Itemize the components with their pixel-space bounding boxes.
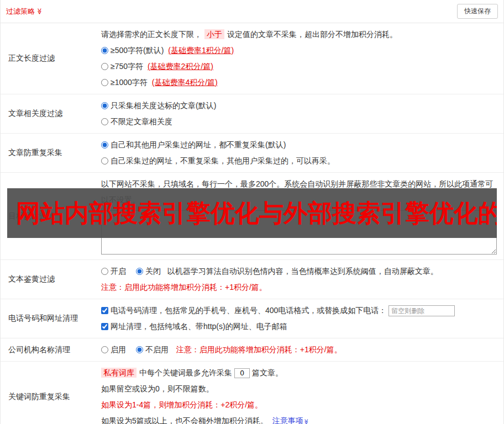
length-500-fee-note: (基础费率1积分/篇) (168, 46, 234, 55)
relevance-option-strict[interactable]: 只采集相关度达标的文章(默认) (101, 101, 216, 110)
intro-text-after: 设定值的文章不采集，超出部分不增加积分消耗。 (227, 30, 397, 39)
dedupe-global-radio[interactable] (101, 141, 108, 149)
keyword-5plus-text: 如果设为5篇或以上，也不会额外增加积分消耗。 (101, 416, 268, 424)
length-option-1000[interactable]: ≥1000字符 (101, 78, 150, 87)
row-label-company-name: 公司机构名称清理 (1, 338, 95, 361)
row-content-body-length: 请选择需求的正文长度下限，小于设定值的文章不采集，超出部分不增加积分消耗。 ≥5… (95, 23, 503, 94)
porn-filter-off-label: 关闭 (145, 267, 161, 275)
relevance-any-label: 不限定文章相关度 (111, 117, 172, 126)
porn-filter-options: 开启 关闭 以机器学习算法自动识别色情内容，当色情概率达到系统阈值，自动屏蔽文章… (101, 263, 497, 279)
length-option-row-750: ≥750字符 (基础费率2积分/篇) (101, 59, 497, 75)
company-cleanup-cost-note: 注意：启用此功能将增加积分消耗：+1积分/篇。 (176, 345, 342, 354)
phone-cleanup-option[interactable]: 电话号码清理，包括常见的手机号、座机号、400电话格式，或替换成如下电话： (101, 306, 389, 315)
replacement-phone-input[interactable] (389, 305, 455, 316)
keyword-limit-line: 私有词库中每个关键词最多允许采集篇文章。 (101, 365, 497, 381)
collapse-chevron-icon: ≫ (36, 8, 43, 15)
relevance-option-row-2: 不限定文章相关度 (101, 114, 497, 130)
notice-link[interactable]: 注意事项≫ (272, 416, 309, 424)
relevance-option-row-1: 只采集相关度达标的文章(默认) (101, 98, 497, 114)
row-label-phone-url: 电话号码和网址清理 (1, 299, 95, 338)
company-name-options: 启用 不启用 注意：启用此功能将增加积分消耗：+1积分/篇。 (101, 342, 497, 358)
row-keyword-dedupe: 关键词防重复采集 私有词库中每个关键词最多允许采集篇文章。 如果留空或设为0，则… (1, 362, 503, 424)
max-articles-input[interactable] (234, 368, 250, 378)
dedupe-self-only-radio[interactable] (101, 157, 108, 165)
length-1000-label: ≥1000字符 (111, 78, 148, 87)
filter-strategy-toggle[interactable]: 过滤策略 ≫ (6, 7, 43, 17)
overlay-banner-text: 网站内部搜索引擎优化与外部搜索引擎优化的 (7, 197, 497, 230)
page-title: 过滤策略 (6, 7, 35, 17)
row-dedupe-collection: 文章防重复采集 自己和其他用户采集过的网址，都不重复采集(默认) 自己采集过的网… (1, 134, 503, 173)
porn-filter-on-label: 开启 (111, 267, 126, 275)
row-label-dedupe: 文章防重复采集 (1, 134, 95, 172)
company-cleanup-enable-option[interactable]: 启用 (101, 345, 128, 354)
notice-link-chevron-icon: ≫ (303, 419, 309, 424)
intro-highlight-lessthan: 小于 (204, 29, 224, 39)
relevance-any-radio[interactable] (101, 118, 108, 125)
phone-cleanup-line: 电话号码清理，包括常见的手机号、座机号、400电话格式，或替换成如下电话： (101, 303, 497, 319)
row-label-keyword-dedupe: 关键词防重复采集 (1, 362, 95, 424)
length-750-fee-note: (基础费率2积分/篇) (148, 62, 213, 71)
url-cleanup-checkbox[interactable] (101, 323, 108, 330)
keyword-limit-suffix: 篇文章。 (252, 368, 283, 377)
page-header: 过滤策略 ≫ 快速保存 (1, 0, 503, 23)
dedupe-option-self-only[interactable]: 自己采集过的网址，不重复采集，其他用户采集过的，可以再采。 (101, 156, 335, 165)
length-500-label: ≥500字符(默认) (111, 46, 164, 55)
quick-save-button[interactable]: 快速保存 (457, 4, 498, 19)
dedupe-option-row-1: 自己和其他用户采集过的网址，都不重复采集(默认) (101, 137, 497, 153)
row-label-relevance: 文章相关度过滤 (1, 94, 95, 133)
porn-filter-description: 以机器学习算法自动识别色情内容，当色情概率达到系统阈值，自动屏蔽文章。 (167, 267, 438, 275)
phone-cleanup-checkbox[interactable] (101, 307, 108, 314)
private-lexicon-highlight: 私有词库 (101, 368, 136, 378)
row-content-dedupe: 自己和其他用户采集过的网址，都不重复采集(默认) 自己采集过的网址，不重复采集，… (95, 134, 503, 172)
dedupe-option-global[interactable]: 自己和其他用户采集过的网址，都不重复采集(默认) (101, 140, 286, 149)
porn-filter-on-radio[interactable] (101, 268, 108, 275)
row-content-relevance: 只采集相关度达标的文章(默认) 不限定文章相关度 (95, 94, 503, 133)
overlay-banner: 网站内部搜索引擎优化与外部搜索引擎优化的 (7, 188, 497, 238)
row-porn-filter: 文本鉴黄过滤 开启 关闭 以机器学习算法自动识别色情内容，当色情概率达到系统阈值… (1, 260, 503, 299)
length-option-row-500: ≥500字符(默认) (基础费率1积分/篇) (101, 43, 497, 59)
row-label-body-length: 正文长度过滤 (1, 23, 95, 94)
keyword-1-4-cost-note: 如果设为1-4篇，则增加积分消耗：+2积分/篇。 (101, 397, 497, 413)
length-option-750[interactable]: ≥750字符 (101, 62, 145, 71)
dedupe-option-row-2: 自己采集过的网址，不重复采集，其他用户采集过的，可以再采。 (101, 153, 497, 169)
intro-text-before: 请选择需求的正文长度下限， (101, 30, 202, 39)
row-relevance-filter: 文章相关度过滤 只采集相关度达标的文章(默认) 不限定文章相关度 (1, 94, 503, 134)
length-1000-radio[interactable] (101, 79, 108, 86)
url-cleanup-label: 网址清理，包括纯域名、带http(s)的网址、电子邮箱 (111, 322, 287, 331)
length-option-row-1000: ≥1000字符 (基础费率4积分/篇) (101, 75, 497, 91)
row-content-porn-filter: 开启 关闭 以机器学习算法自动识别色情内容，当色情概率达到系统阈值，自动屏蔽文章… (95, 260, 503, 299)
relevance-option-any[interactable]: 不限定文章相关度 (101, 117, 172, 126)
row-content-company-name: 启用 不启用 注意：启用此功能将增加积分消耗：+1积分/篇。 (95, 338, 503, 361)
company-cleanup-disable-option[interactable]: 不启用 (136, 345, 171, 354)
url-cleanup-option[interactable]: 网址清理，包括纯域名、带http(s)的网址、电子邮箱 (101, 322, 287, 331)
notice-link-text: 注意事项 (272, 416, 303, 424)
length-option-500[interactable]: ≥500字符(默认) (101, 46, 166, 55)
length-500-radio[interactable] (101, 47, 108, 54)
dedupe-self-only-label: 自己采集过的网址，不重复采集，其他用户采集过的，可以再采。 (111, 156, 335, 165)
length-750-label: ≥750字符 (111, 62, 143, 71)
row-phone-url-cleanup: 电话号码和网址清理 电话号码清理，包括常见的手机号、座机号、400电话格式，或替… (1, 299, 503, 338)
row-body-length-filter: 正文长度过滤 请选择需求的正文长度下限，小于设定值的文章不采集，超出部分不增加积… (1, 23, 503, 94)
length-750-radio[interactable] (101, 63, 108, 70)
porn-filter-on-option[interactable]: 开启 (101, 267, 128, 275)
company-cleanup-enable-radio[interactable] (101, 346, 108, 353)
porn-filter-off-option[interactable]: 关闭 (136, 267, 163, 275)
porn-filter-cost-note: 注意：启用此功能将增加积分消耗：+1积分/篇。 (101, 279, 497, 295)
url-cleanup-line: 网址清理，包括纯域名、带http(s)的网址、电子邮箱 (101, 319, 497, 335)
dedupe-global-label: 自己和其他用户采集过的网址，都不重复采集(默认) (111, 140, 286, 149)
filter-strategy-page: 过滤策略 ≫ 快速保存 正文长度过滤 请选择需求的正文长度下限，小于设定值的文章… (0, 0, 504, 424)
relevance-strict-radio[interactable] (101, 102, 108, 109)
length-1000-fee-note: (基础费率4积分/篇) (152, 78, 218, 87)
length-intro: 请选择需求的正文长度下限，小于设定值的文章不采集，超出部分不增加积分消耗。 (101, 26, 497, 43)
company-cleanup-enable-label: 启用 (111, 345, 126, 354)
company-cleanup-disable-radio[interactable] (136, 346, 143, 353)
porn-filter-off-radio[interactable] (136, 268, 143, 275)
keyword-zero-note: 如果留空或设为0，则不限篇数。 (101, 381, 497, 397)
row-content-keyword-dedupe: 私有词库中每个关键词最多允许采集篇文章。 如果留空或设为0，则不限篇数。 如果设… (95, 362, 503, 424)
phone-cleanup-label: 电话号码清理，包括常见的手机号、座机号、400电话格式，或替换成如下电话： (111, 306, 386, 315)
company-cleanup-disable-label: 不启用 (145, 345, 169, 354)
relevance-strict-label: 只采集相关度达标的文章(默认) (111, 101, 216, 110)
row-company-name-cleanup: 公司机构名称清理 启用 不启用 注意：启用此功能将增加积分消耗：+1积分/篇。 (1, 338, 503, 362)
row-label-porn-filter: 文本鉴黄过滤 (1, 260, 95, 299)
row-content-phone-url: 电话号码清理，包括常见的手机号、座机号、400电话格式，或替换成如下电话： 网址… (95, 299, 503, 338)
